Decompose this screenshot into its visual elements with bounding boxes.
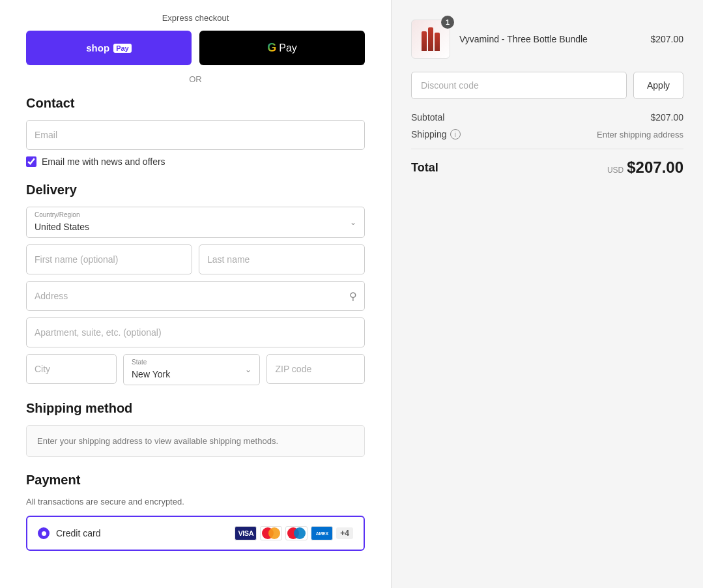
shipping-row: Shipping i Enter shipping address [411,129,683,140]
shipping-value: Enter shipping address [597,130,683,140]
subtotal-value: $207.00 [650,112,683,123]
bottle-2 [428,27,433,51]
shop-pay-button[interactable]: shop Pay [26,31,192,65]
state-label: State [132,359,147,366]
address-field[interactable] [26,281,365,311]
apt-group [26,317,365,347]
maestro-icon [285,526,308,540]
shipping-method-title: Shipping method [26,401,365,416]
mastercard-icon [260,526,282,540]
zip-field[interactable] [266,354,365,384]
last-name-field[interactable] [199,244,365,274]
plus-badge: +4 [336,527,353,539]
shop-pay-text: shop [86,42,109,53]
credit-card-radio[interactable] [38,527,50,539]
country-select-wrapper: Country/Region United States ⌄ [26,207,365,238]
shipping-info-icon[interactable]: i [450,129,461,140]
newsletter-row: Email me with news and offers [26,156,365,167]
shop-pay-badge: Pay [113,44,132,53]
visa-icon: VISA [235,526,257,540]
express-buttons: shop Pay G Pay [26,31,365,65]
subtotal-row: Subtotal $207.00 [411,112,683,123]
radio-inner [42,531,46,536]
express-checkout-label: Express checkout [26,13,365,23]
city-state-zip-row: State New York ⌄ [26,354,365,385]
discount-input[interactable] [411,72,627,99]
bottle-1 [422,31,427,51]
bottle-3 [435,33,440,51]
delivery-title: Delivery [26,183,365,198]
total-currency: USD [607,166,624,175]
newsletter-checkbox[interactable] [26,156,36,167]
name-row [26,244,365,274]
apply-button[interactable]: Apply [633,72,683,99]
product-name: Vyvamind - Three Bottle Bundle [459,34,641,44]
total-price: $207.00 [627,158,683,177]
total-amount: USD $207.00 [607,158,683,177]
address-search-icon: ⚲ [349,290,357,302]
credit-card-label: Credit card [56,528,228,538]
state-select-wrapper: State New York ⌄ [123,354,260,385]
country-label: Country/Region [35,211,79,218]
contact-title: Contact [26,96,365,111]
product-bottles [422,27,440,51]
left-panel: Express checkout shop Pay G Pay OR Conta… [0,0,391,588]
amex-icon: AMEX [311,526,333,540]
shipping-label: Shipping i [411,129,461,140]
product-image-wrapper: 1 [411,20,450,59]
city-field-wrapper [26,354,117,385]
newsletter-label: Email me with news and offers [42,156,165,167]
first-name-field[interactable] [26,244,192,274]
credit-card-row[interactable]: Credit card VISA AMEX +4 [26,516,365,551]
email-group [26,120,365,150]
quantity-badge: 1 [441,16,454,29]
total-row: Total USD $207.00 [411,149,683,177]
payment-title: Payment [26,473,365,488]
discount-row: Apply [411,72,683,99]
zip-field-wrapper [266,354,365,385]
right-panel: 1 Vyvamind - Three Bottle Bundle $207.00… [391,0,703,588]
address-wrapper: ⚲ [26,281,365,311]
city-field[interactable] [26,354,117,384]
gpay-g-icon: G [267,41,276,55]
google-pay-button[interactable]: G Pay [199,31,365,65]
subtotal-label: Subtotal [411,112,444,123]
total-label: Total [411,161,438,175]
product-price: $207.00 [650,34,683,44]
order-item: 1 Vyvamind - Three Bottle Bundle $207.00 [411,20,683,59]
apt-field[interactable] [26,317,365,347]
payment-subtitle: All transactions are secure and encrypte… [26,497,365,507]
card-icons: VISA AMEX +4 [235,526,353,540]
shipping-method-placeholder: Enter your shipping address to view avai… [26,425,365,457]
or-divider: OR [26,74,365,84]
gpay-label: Pay [279,42,297,54]
email-field[interactable] [26,120,365,150]
